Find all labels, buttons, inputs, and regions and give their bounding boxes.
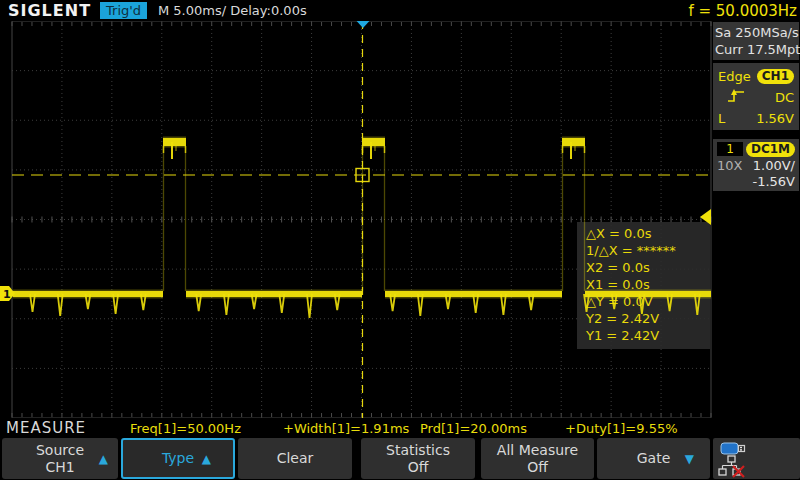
right-sidebar: Sa 250MSa/s Curr 17.5Mpts Edge CH1 DC L …: [712, 21, 800, 418]
button-sublabel: Off: [408, 459, 429, 476]
trigger-info-box[interactable]: Edge CH1 DC L 1.56V: [713, 63, 799, 130]
arrow-up-icon: ▲: [202, 450, 211, 467]
trigger-status-badge: Trig'd: [100, 2, 147, 19]
softkey-type[interactable]: Type ▲: [121, 438, 235, 479]
trigger-source-badge[interactable]: CH1: [757, 69, 794, 84]
memory-depth: Curr 17.5Mpts: [715, 41, 797, 58]
top-status-bar: SIGLENT Trig'd M 5.00ms/ Delay:0.00s f =…: [0, 0, 800, 21]
softkey-menu-bar: Source CH1 ▲ Type ▲ Clear Statistics Off…: [0, 437, 800, 480]
measure-freq: Freq[1]=50.00Hz: [130, 421, 241, 436]
button-label: Gate: [637, 450, 671, 467]
markers: 1: [0, 0, 800, 480]
acquisition-info-box: Sa 250MSa/s Curr 17.5Mpts: [713, 22, 799, 60]
frequency-counter-readout: f = 50.0003Hz: [688, 2, 797, 20]
channel1-info-box[interactable]: 1 DC1M 10X 1.00V/ -1.56V: [713, 139, 799, 191]
channel-coupling-badge[interactable]: DC1M: [746, 142, 795, 157]
softkey-all-measure[interactable]: All Measure Off: [481, 438, 594, 479]
rising-edge-icon: [726, 88, 746, 107]
siglent-logo: SIGLENT: [8, 1, 91, 20]
arrow-down-icon: ▼: [685, 450, 694, 467]
oscilloscope-screen: △X = 0.0s 1/△X = ****** X2 = 0.0s X1 = 0…: [0, 0, 800, 480]
button-label: All Measure: [497, 442, 578, 459]
button-label: Type: [162, 450, 194, 467]
trigger-level-value: 1.56V: [756, 111, 794, 126]
channel-number-chip: 1: [717, 142, 743, 156]
timebase-readout[interactable]: M 5.00ms/ Delay:0.00s: [158, 3, 307, 18]
sample-rate: Sa 250MSa/s: [715, 24, 797, 41]
softkey-statistics[interactable]: Statistics Off: [361, 438, 475, 479]
measure-title: MEASURE: [6, 419, 86, 437]
button-sublabel: CH1: [45, 459, 74, 476]
softkey-gate[interactable]: Gate ▼: [597, 438, 710, 479]
channel1-offset-marker[interactable]: 1: [0, 286, 15, 301]
button-sublabel: Off: [527, 459, 548, 476]
button-label: Statistics: [386, 442, 450, 459]
channel-number-label: 1: [3, 288, 11, 301]
measure-period: Prd[1]=20.00ms: [420, 421, 527, 436]
softkey-clear[interactable]: Clear: [238, 438, 352, 479]
trigger-level-marker[interactable]: [700, 209, 711, 225]
volts-per-div: 1.00V/: [753, 158, 795, 173]
trigger-level-label: L: [718, 111, 725, 126]
softkey-source[interactable]: Source CH1 ▲: [2, 438, 118, 479]
button-label: Source: [36, 442, 84, 459]
trigger-mode: Edge: [718, 69, 751, 84]
status-icon-panel: [713, 438, 800, 479]
button-label: Clear: [277, 450, 314, 467]
channel-offset-value: -1.56V: [752, 174, 795, 189]
measure-pos-width: +Width[1]=1.91ms: [283, 421, 409, 436]
lan-disconnected-icon: [716, 455, 750, 480]
arrow-up-icon: ▲: [99, 450, 108, 467]
trigger-coupling: DC: [775, 90, 794, 105]
measure-pos-duty: +Duty[1]=9.55%: [565, 421, 678, 436]
measure-bar: MEASURE Freq[1]=50.00Hz +Width[1]=1.91ms…: [0, 418, 800, 437]
probe-attenuation: 10X: [717, 158, 742, 173]
